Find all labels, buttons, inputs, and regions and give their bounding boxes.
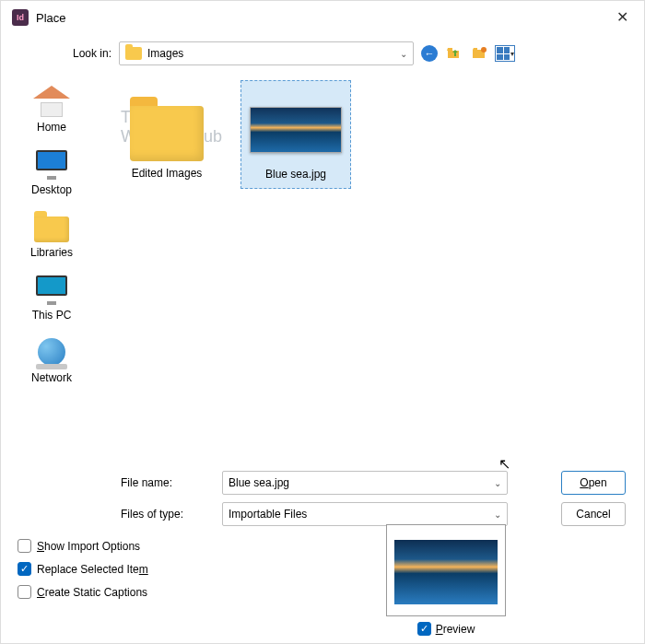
checkbox-icon <box>18 585 31 599</box>
checkbox-checked-icon: ✓ <box>417 622 431 636</box>
preview-image <box>394 540 498 604</box>
back-icon[interactable]: ← <box>421 45 438 62</box>
views-icon[interactable]: ▾ <box>495 43 515 64</box>
home-icon <box>33 86 70 117</box>
filename-label: File name: <box>121 476 213 489</box>
file-pane[interactable]: TheWindowsClub Edited Images Blue sea.jp… <box>102 71 644 467</box>
lookin-combo[interactable]: Images ⌄ <box>119 41 414 65</box>
folder-icon <box>125 47 142 60</box>
file-item-folder[interactable]: Edited Images <box>111 80 222 189</box>
new-folder-icon[interactable] <box>469 43 489 64</box>
file-item-image[interactable]: Blue sea.jpg <box>240 80 351 189</box>
sidebar-item-desktop[interactable]: Desktop <box>1 143 102 205</box>
up-level-icon[interactable] <box>443 43 463 64</box>
places-sidebar: Home Desktop Libraries This PC Network <box>1 71 102 467</box>
sidebar-item-label: Desktop <box>1 183 102 196</box>
filetype-combo[interactable]: Importable Files ⌄ <box>222 502 508 526</box>
chevron-down-icon: ⌄ <box>494 509 501 520</box>
app-icon: Id <box>12 9 29 26</box>
open-button[interactable]: Open <box>561 471 626 495</box>
title-bar: Id Place ✕ <box>1 1 644 34</box>
sidebar-item-libraries[interactable]: Libraries <box>1 205 102 268</box>
chevron-down-icon: ⌄ <box>400 49 407 59</box>
sidebar-item-label: Libraries <box>1 246 102 259</box>
chevron-down-icon: ⌄ <box>494 478 501 488</box>
main-area: Home Desktop Libraries This PC Network T… <box>1 71 644 467</box>
checkbox-icon <box>18 539 31 553</box>
sidebar-item-label: Network <box>1 371 102 384</box>
filetype-value: Importable Files <box>229 508 307 521</box>
libraries-icon <box>33 211 70 242</box>
nav-toolbar: ← ▾ <box>421 43 515 64</box>
file-name: Edited Images <box>115 167 218 180</box>
close-button[interactable]: ✕ <box>613 8 631 26</box>
thispc-icon <box>33 274 70 305</box>
preview-area: ✓ Preview <box>386 524 506 636</box>
filename-combo[interactable]: Blue sea.jpg ⌄ <box>222 471 508 495</box>
window-title: Place <box>36 11 66 25</box>
options-checks: Show Import Options ✓ Replace Selected I… <box>1 533 644 599</box>
desktop-icon <box>33 148 70 180</box>
file-name: Blue sea.jpg <box>245 168 346 181</box>
preview-thumbnail <box>386 524 506 616</box>
sidebar-item-thispc[interactable]: This PC <box>1 268 102 331</box>
filename-value: Blue sea.jpg <box>229 476 289 489</box>
svg-point-0 <box>481 47 487 53</box>
network-icon <box>33 336 70 368</box>
check-show-import[interactable]: Show Import Options <box>18 539 644 553</box>
sidebar-item-network[interactable]: Network <box>1 331 102 393</box>
bottom-fields: File name: Blue sea.jpg ⌄ Open Files of … <box>1 467 644 526</box>
folder-thumb-icon <box>121 88 213 161</box>
sidebar-item-label: Home <box>1 121 102 134</box>
sidebar-item-label: This PC <box>1 309 102 322</box>
lookin-value: Images <box>147 47 183 60</box>
filetype-label: Files of type: <box>121 508 213 521</box>
cancel-button[interactable]: Cancel <box>561 502 626 526</box>
check-replace-selected[interactable]: ✓ Replace Selected Item <box>18 562 644 576</box>
image-thumb <box>250 88 342 162</box>
check-create-captions[interactable]: Create Static Captions <box>18 585 644 599</box>
lookin-row: Look in: Images ⌄ ← ▾ <box>1 34 644 71</box>
checkbox-checked-icon: ✓ <box>18 562 31 576</box>
check-preview[interactable]: ✓ Preview <box>386 622 506 636</box>
lookin-label: Look in: <box>56 47 111 60</box>
sidebar-item-home[interactable]: Home <box>1 80 102 143</box>
